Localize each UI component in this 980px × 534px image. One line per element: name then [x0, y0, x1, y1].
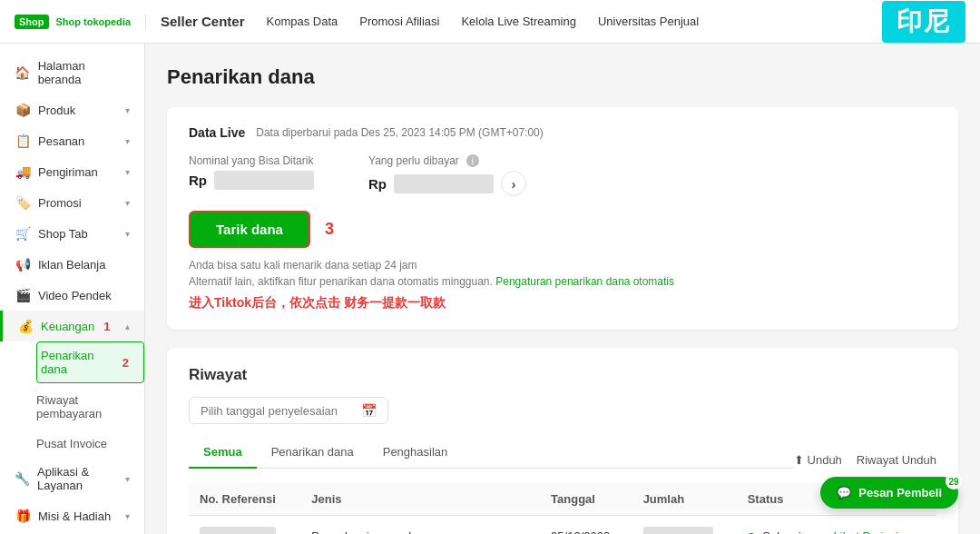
- riwayat-unduh-button[interactable]: Riwayat Unduh: [857, 453, 936, 467]
- keuangan-icon: 💰: [17, 319, 34, 333]
- sidebar-item-promosi[interactable]: 🏷️ Promosi ▾: [0, 187, 144, 218]
- sidebar-subitem-penarikan-dana[interactable]: Penarikan dana 2: [36, 341, 144, 383]
- sidebar-item-misi-hadiah[interactable]: 🎁 Misi & Hadiah ▾: [0, 500, 144, 531]
- sidebar-label-misi-hadiah: Misi & Hadiah: [38, 509, 111, 523]
- sidebar: 🏠 Halaman beranda 📦 Produk ▾ 📋 Pesanan ▾…: [0, 44, 145, 534]
- info-icon[interactable]: i: [466, 154, 479, 167]
- sidebar-item-iklan-belanja[interactable]: 📢 Iklan Belanja: [0, 249, 144, 280]
- nav-promosi-afiliasi[interactable]: Promosi Afiliasi: [359, 15, 439, 28]
- pesanan-icon: 📋: [15, 134, 31, 148]
- penarikan-dana-label: Penarikan dana: [41, 349, 119, 376]
- cell-jumlah-1: [632, 516, 737, 535]
- keuangan-submenu: Penarikan dana 2 Riwayat pembayaran Pusa…: [0, 341, 144, 457]
- cell-tindakan-1[interactable]: Lihat Perincian: [823, 516, 936, 535]
- aplikasi-icon: 🔧: [15, 471, 30, 486]
- sidebar-label-promosi: Promosi: [38, 196, 82, 210]
- riwayat-pembayaran-label: Riwayat pembayaran: [36, 393, 102, 420]
- data-live-timestamp: Data diperbarui pada Des 25, 2023 14:05 …: [256, 126, 544, 139]
- iklan-icon: 📢: [15, 257, 31, 272]
- sidebar-item-pesanan[interactable]: 📋 Pesanan ▾: [0, 125, 144, 156]
- date-picker-wrap[interactable]: 📅: [189, 397, 388, 424]
- nav-universitas-penjual[interactable]: Universitas Penjual: [598, 15, 699, 28]
- tab-actions: ⬆ Unduh Riwayat Unduh: [794, 453, 936, 467]
- misi-icon: 🎁: [15, 509, 31, 523]
- chat-icon: 💬: [837, 486, 851, 499]
- language-indicator: 印尼: [882, 1, 965, 43]
- sidebar-subitem-riwayat-pembayaran[interactable]: Riwayat pembayaran: [36, 387, 144, 427]
- col-jumlah: Jumlah: [632, 483, 737, 516]
- col-status: Status: [737, 483, 823, 516]
- data-live-card: Data Live Data diperbarui pada Des 25, 2…: [167, 107, 958, 330]
- chevron-down-icon: ▾: [125, 136, 130, 146]
- floating-btn-badge: 29: [946, 473, 962, 490]
- sidebar-item-aplikasi-layanan[interactable]: 🔧 Aplikasi & Layanan ▾: [0, 457, 144, 500]
- floating-btn-label: Pesan Pembeli: [858, 486, 942, 499]
- data-live-title: Data Live: [189, 125, 245, 140]
- top-navigation: Shop Shop tokopedia Seller Center Kompas…: [0, 0, 980, 44]
- cell-status-1: Selesai: [737, 516, 823, 535]
- yang-perlu-field: Yang perlu dibayar i Rp ›: [368, 154, 526, 196]
- penarikan-dana-annotation: 2: [122, 356, 129, 370]
- seller-center-label: Seller Center: [161, 14, 245, 29]
- auto-withdrawal-link[interactable]: Pengaturan penarikan dana otomatis: [495, 275, 674, 288]
- nav-links: Kompas Data Promosi Afiliasi Kelola Live…: [267, 15, 700, 28]
- cell-no-ref-1: [189, 516, 300, 535]
- nav-kompas-data[interactable]: Kompas Data: [267, 15, 338, 28]
- calendar-icon: 📅: [361, 403, 377, 418]
- table-body: Penyelesaian pembayaran pesanan 25/12/20…: [189, 516, 936, 535]
- nav-kelola-live[interactable]: Kelola Live Streaming: [461, 15, 575, 28]
- logo[interactable]: Shop Shop tokopedia: [15, 15, 146, 29]
- cell-tanggal-1: 25/12/2023: [540, 516, 632, 535]
- tab-penghasilan[interactable]: Penghasilan: [368, 437, 463, 469]
- lihat-perincian-link-1[interactable]: Lihat Perincian: [834, 529, 912, 534]
- video-icon: 🎬: [15, 288, 31, 302]
- floating-pesan-pembeli[interactable]: 💬 Pesan Pembeli 29: [820, 477, 958, 509]
- table-row: Penyelesaian pembayaran pesanan 25/12/20…: [189, 516, 936, 535]
- sidebar-item-pengiriman[interactable]: 🚚 Pengiriman ▾: [0, 156, 144, 187]
- promosi-icon: 🏷️: [15, 195, 31, 210]
- sidebar-item-shop-tab[interactable]: 🛒 Shop Tab ▾: [0, 218, 144, 249]
- sidebar-label-aplikasi-layanan: Aplikasi & Layanan: [37, 465, 118, 492]
- sidebar-label-shop-tab: Shop Tab: [38, 227, 88, 241]
- pengiriman-icon: 🚚: [15, 164, 31, 179]
- navigate-arrow[interactable]: ›: [501, 171, 526, 196]
- chevron-down-icon: ▾: [125, 105, 130, 115]
- chevron-down-icon: ▾: [125, 474, 130, 484]
- col-jenis: Jenis: [300, 483, 540, 516]
- col-no-referensi: No. Referensi: [189, 483, 300, 516]
- top-nav-right: 印尼: [882, 1, 965, 43]
- sidebar-item-keuangan[interactable]: 💰 Keuangan 1 ▴: [0, 311, 144, 341]
- sidebar-label-halaman-beranda: Halaman beranda: [38, 59, 130, 86]
- sidebar-label-keuangan: Keuangan: [41, 320, 94, 333]
- chevron-down-icon: ▾: [125, 198, 130, 208]
- chevron-up-icon: ▴: [125, 321, 130, 331]
- nominal-field: Nominal yang Bisa Ditarik Rp: [189, 154, 314, 190]
- sidebar-label-video-pendek: Video Pendek: [38, 289, 112, 302]
- sidebar-label-iklan-belanja: Iklan Belanja: [38, 258, 105, 272]
- tab-semua[interactable]: Semua: [189, 437, 257, 469]
- sidebar-item-produk[interactable]: 📦 Produk ▾: [0, 94, 144, 125]
- sidebar-label-pengiriman: Pengiriman: [38, 165, 98, 179]
- sidebar-label-produk: Produk: [38, 104, 75, 117]
- yang-perlu-prefix: Rp: [368, 176, 387, 192]
- annotation-3: 3: [325, 220, 334, 239]
- produk-icon: 📦: [15, 103, 31, 117]
- logo-text: Shop tokopedia: [56, 16, 132, 27]
- nominal-value: [214, 171, 314, 190]
- chevron-down-icon: ▾: [125, 511, 130, 521]
- date-input[interactable]: [201, 404, 354, 418]
- unduh-button[interactable]: ⬆ Unduh: [794, 453, 842, 467]
- keuangan-annotation: 1: [103, 320, 110, 333]
- sidebar-item-video-pendek[interactable]: 🎬 Video Pendek: [0, 280, 144, 311]
- tarik-info-2: Alternatif lain, aktifkan fitur penarika…: [189, 275, 936, 288]
- sidebar-item-halaman-beranda[interactable]: 🏠 Halaman beranda: [0, 51, 144, 94]
- sidebar-subitem-pusat-invoice[interactable]: Pusat Invoice: [36, 430, 144, 457]
- home-icon: 🏠: [15, 65, 31, 80]
- tarik-dana-button[interactable]: Tarik dana: [189, 211, 310, 248]
- tabs-row: Semua Penarikan dana Penghasilan ⬆ Unduh…: [189, 437, 936, 483]
- nominal-prefix: Rp: [189, 173, 207, 188]
- shop-tab-icon: 🛒: [15, 226, 31, 241]
- tab-penarikan-dana[interactable]: Penarikan dana: [257, 437, 368, 469]
- yang-perlu-label: Yang perlu dibayar i: [368, 154, 526, 167]
- logo-icon: Shop: [15, 15, 49, 29]
